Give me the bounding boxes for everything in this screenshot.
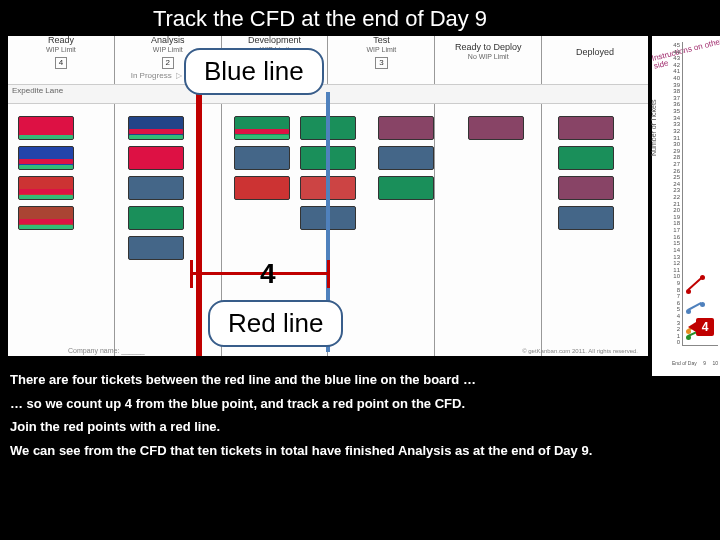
page-title: Track the CFD at the end of Day 9 <box>0 6 640 32</box>
cfd-ylabel: Number of Tickets <box>650 100 657 156</box>
company-name: Company name: ______ <box>68 347 145 354</box>
blue-label: Blue line <box>184 48 324 95</box>
red-line-marker <box>196 76 202 356</box>
explanation-text: There are four tickets between the red l… <box>10 364 710 466</box>
board-footer: © getKanban.com 2011. All rights reserve… <box>522 348 638 354</box>
count-label: 4 <box>260 258 276 290</box>
red-label: Red line <box>208 300 343 347</box>
cfd-yticks: 4544434241403938373635343332313029282726… <box>662 42 680 346</box>
cfd-callout: 4 <box>696 318 714 336</box>
